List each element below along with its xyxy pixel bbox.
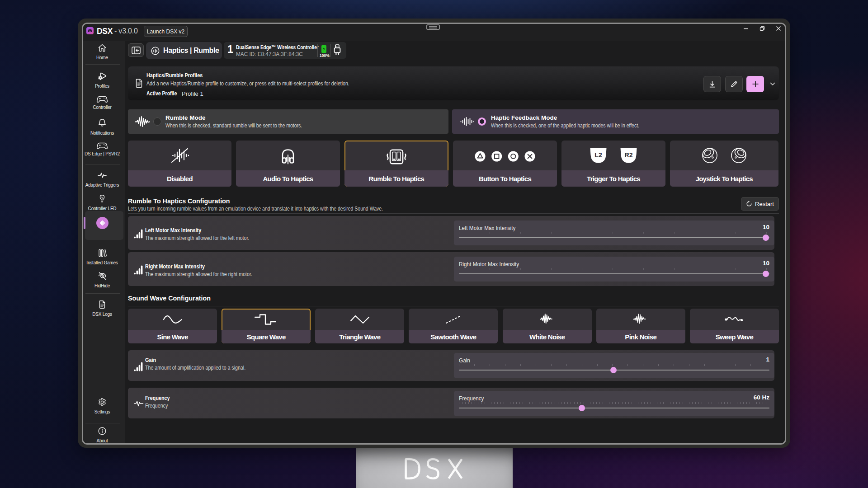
svg-text:R2: R2 <box>625 151 633 158</box>
svg-text:L2: L2 <box>594 151 602 158</box>
